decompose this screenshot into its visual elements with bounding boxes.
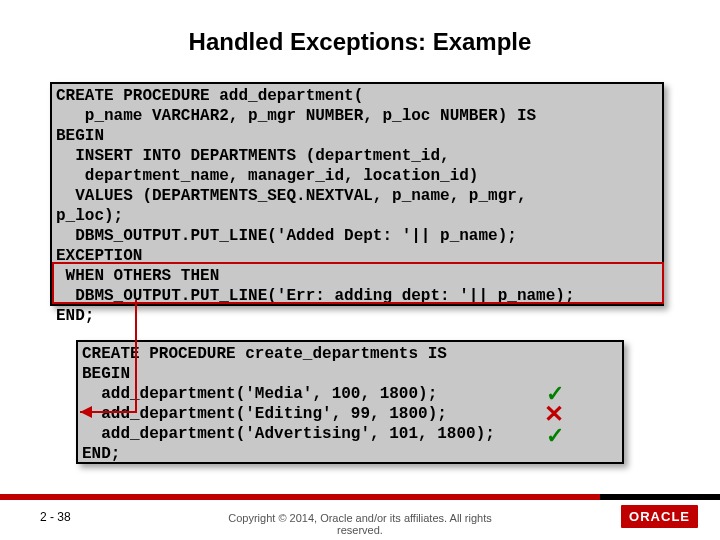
slide: Handled Exceptions: Example CREATE PROCE… (0, 0, 720, 540)
copyright-line: Copyright © 2014, Oracle and/or its affi… (228, 512, 491, 524)
callout-arrow (0, 0, 720, 540)
copyright-text: Copyright © 2014, Oracle and/or its affi… (0, 512, 720, 536)
footer-divider-accent (600, 494, 720, 500)
check-icon: ✓ (546, 425, 564, 447)
copyright-line: reserved. (337, 524, 383, 536)
oracle-logo: ORACLE (621, 505, 698, 528)
footer-divider (0, 494, 720, 500)
